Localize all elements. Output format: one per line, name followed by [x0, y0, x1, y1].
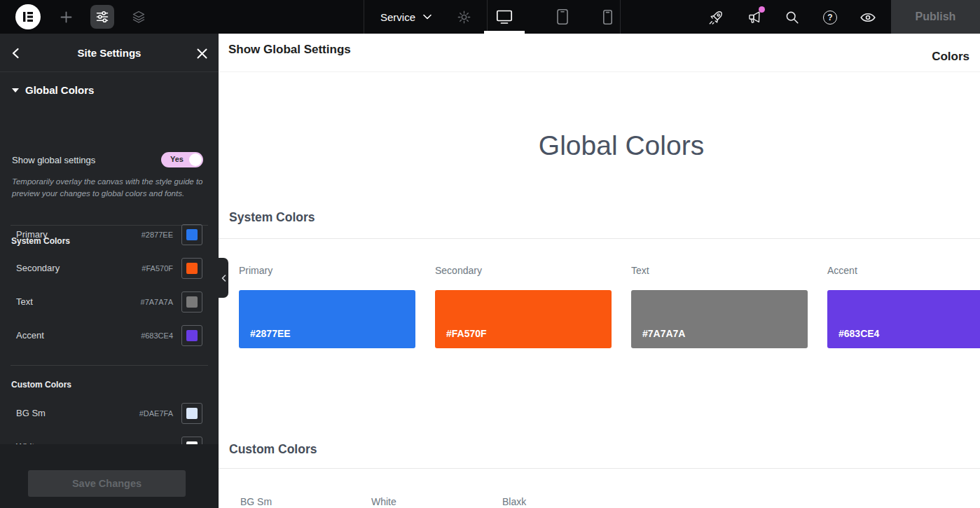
- global-colors-section-toggle[interactable]: Global Colors: [12, 84, 94, 96]
- panel-header: Site Settings: [0, 34, 219, 72]
- custom-colors-heading: Custom Colors: [11, 380, 71, 390]
- toggle-value: Yes: [170, 155, 184, 163]
- chevron-left-icon: [221, 275, 226, 282]
- color-label: BG Sm: [16, 408, 46, 418]
- divider: [11, 365, 208, 366]
- settings-sliders-icon: [95, 10, 109, 24]
- color-label: Secondary: [16, 263, 60, 273]
- device-desktop-button[interactable]: [492, 5, 516, 29]
- gear-icon: [457, 10, 471, 25]
- finder-search-button[interactable]: [784, 9, 801, 26]
- card-label: BG Sm: [239, 496, 370, 507]
- system-color-cards: Primary #2877EE Secondary #FA570F Text #…: [239, 265, 980, 348]
- color-swatch-button[interactable]: [181, 258, 202, 279]
- document-name: Service: [380, 11, 415, 23]
- card-hex-value: #7A7A7A: [631, 328, 685, 348]
- site-settings-panel: Site Settings Global Colors Show global …: [0, 34, 219, 508]
- search-icon: [785, 10, 800, 25]
- card-hex-value: #FA570F: [435, 328, 487, 348]
- color-swatch: [186, 229, 198, 240]
- layers-icon: [132, 10, 146, 24]
- editor-top-bar: Service: [0, 0, 980, 34]
- color-swatch: [186, 330, 198, 341]
- divider: [219, 238, 980, 239]
- divider: [219, 468, 980, 469]
- help-icon: ?: [823, 11, 837, 25]
- elementor-logo[interactable]: [15, 4, 41, 29]
- color-hex-value: #FA570F: [142, 264, 173, 273]
- add-element-button[interactable]: [54, 5, 78, 29]
- page-settings-button[interactable]: [452, 5, 476, 29]
- color-card[interactable]: #683CE4: [827, 290, 980, 348]
- color-row-text: Text #7A7A7A: [0, 285, 219, 319]
- color-swatch: [186, 408, 198, 419]
- topbar-divider: [364, 0, 364, 34]
- color-card[interactable]: #7A7A7A: [631, 290, 808, 348]
- device-mobile-button[interactable]: [595, 5, 619, 29]
- custom-colors-section-heading: Custom Colors: [229, 442, 317, 457]
- structure-button[interactable]: [127, 5, 151, 29]
- color-label: Primary: [16, 229, 48, 240]
- rocket-icon: [708, 10, 724, 26]
- color-swatch-button[interactable]: [181, 325, 202, 346]
- color-swatch-button[interactable]: [181, 224, 202, 245]
- color-card-column: Accent #683CE4: [827, 265, 980, 348]
- publish-label: Publish: [916, 11, 956, 23]
- color-card-column: Text #7A7A7A: [631, 265, 808, 348]
- card-label: Secondary: [435, 265, 612, 277]
- document-switcher[interactable]: Service: [380, 0, 432, 34]
- color-row-secondary: Secondary #FA570F: [0, 252, 219, 285]
- show-global-settings-label: Show global settings: [12, 155, 95, 165]
- color-card[interactable]: #FA570F: [435, 290, 612, 348]
- section-label: Global Colors: [25, 84, 94, 96]
- help-button[interactable]: ?: [822, 9, 838, 26]
- canvas-bar-title: Show Global Settings: [228, 43, 351, 57]
- color-label: Accent: [16, 330, 44, 341]
- checklist-button[interactable]: [707, 9, 724, 26]
- close-icon: [197, 48, 207, 59]
- color-hex-value: #683CE4: [141, 331, 173, 340]
- color-row-accent: Accent #683CE4: [0, 319, 219, 352]
- eye-icon: [860, 9, 876, 26]
- publish-button[interactable]: Publish: [891, 0, 980, 34]
- canvas-header-bar: Show Global Settings Colors: [219, 34, 980, 72]
- panel-title: Site Settings: [0, 47, 219, 59]
- color-hex-value: #7A7A7A: [141, 298, 173, 306]
- caret-down-icon: [12, 88, 19, 92]
- topbar-divider: [487, 0, 488, 34]
- close-panel-button[interactable]: [193, 45, 210, 62]
- color-row-bg-sm: BG Sm #DAE7FA: [0, 397, 219, 430]
- plus-icon: [60, 11, 72, 23]
- card-label: White: [370, 496, 501, 507]
- chevron-down-icon: [423, 14, 432, 20]
- preview-button[interactable]: [860, 9, 876, 26]
- elementor-logo-icon: [21, 10, 35, 24]
- custom-color-labels: BG Sm White Blaxk: [239, 496, 632, 507]
- color-card[interactable]: #2877EE: [239, 290, 415, 348]
- show-global-settings-toggle[interactable]: Yes: [161, 152, 203, 167]
- card-label: Blaxk: [501, 496, 632, 507]
- card-hex-value: #2877EE: [239, 328, 291, 348]
- card-label: Primary: [239, 265, 415, 277]
- color-card-column: Secondary #FA570F: [435, 265, 612, 348]
- color-row-primary: Primary #2877EE: [0, 218, 219, 252]
- card-label: Text: [631, 265, 808, 277]
- panel-collapse-handle[interactable]: [219, 258, 228, 298]
- color-swatch-button[interactable]: [181, 291, 202, 313]
- active-device-indicator: [484, 31, 525, 34]
- color-swatch: [186, 296, 198, 308]
- whats-new-button[interactable]: [746, 9, 763, 26]
- color-card-column: Primary #2877EE: [239, 265, 415, 348]
- color-label: Text: [16, 296, 33, 307]
- card-hex-value: #683CE4: [827, 328, 879, 348]
- page-title: Global Colors: [239, 130, 980, 161]
- system-colors-section-heading: System Colors: [229, 210, 315, 225]
- site-settings-button[interactable]: [90, 5, 114, 29]
- save-changes-button[interactable]: Save Changes: [28, 470, 186, 497]
- color-swatch-button[interactable]: [181, 403, 202, 424]
- device-tablet-button[interactable]: [551, 5, 574, 29]
- canvas-colors-label: Colors: [932, 50, 969, 64]
- color-swatch: [186, 263, 198, 274]
- tablet-icon: [555, 8, 570, 25]
- notification-dot: [759, 6, 765, 13]
